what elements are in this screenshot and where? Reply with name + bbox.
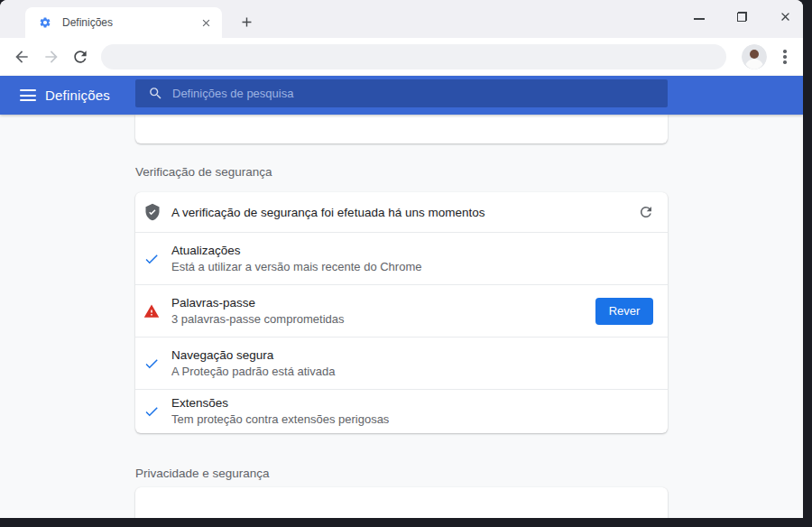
security-check-section-label: Verificação de segurança: [135, 165, 272, 179]
tab-close-icon[interactable]: [198, 15, 213, 30]
settings-search-input[interactable]: [172, 87, 659, 100]
shield-check-icon: [135, 203, 171, 221]
settings-header: Definições: [0, 76, 803, 115]
reload-icon[interactable]: [71, 48, 89, 66]
minimize-icon[interactable]: [692, 10, 706, 23]
settings-content: Verificação de segurança A verificação d…: [0, 115, 803, 518]
settings-search-box[interactable]: [135, 79, 668, 107]
row-subtitle: A Proteção padrão está ativada: [171, 364, 668, 380]
tab-title: Definições: [62, 16, 198, 29]
new-tab-icon[interactable]: [236, 12, 256, 32]
settings-gear-icon: [39, 16, 51, 29]
refresh-icon[interactable]: [638, 204, 654, 220]
security-status-row: A verificação de segurança foi efetuada …: [135, 192, 668, 232]
row-subtitle: 3 palavras-passe comprometidas: [171, 311, 595, 328]
profile-avatar[interactable]: [742, 44, 767, 69]
review-passwords-button[interactable]: Rever: [595, 298, 653, 325]
tab-definicoes[interactable]: Definições: [25, 7, 222, 38]
check-icon: [135, 403, 171, 420]
menu-hamburger-icon[interactable]: [20, 89, 36, 101]
check-icon: [135, 251, 171, 267]
back-icon[interactable]: [13, 48, 31, 66]
restore-icon[interactable]: [735, 10, 749, 23]
security-row-updates[interactable]: Atualizações Está a utilizar a versão ma…: [135, 233, 668, 284]
privacy-section-label: Privacidade e segurança: [135, 467, 270, 480]
row-title: Palavras-passe: [171, 295, 595, 311]
browser-window: Definições: [0, 0, 803, 518]
browser-toolbar: [0, 38, 803, 76]
row-subtitle: Está a utilizar a versão mais recente do…: [171, 259, 668, 275]
forward-icon[interactable]: [42, 48, 60, 66]
previous-section-card: [135, 115, 668, 143]
row-title: Atualizações: [171, 243, 668, 259]
search-icon: [148, 86, 163, 101]
security-row-passwords[interactable]: Palavras-passe 3 palavras-passe comprome…: [135, 285, 668, 337]
browser-menu-icon[interactable]: [781, 47, 789, 67]
security-row-extensions[interactable]: Extensões Tem proteção contra extensões …: [135, 390, 668, 433]
row-subtitle: Tem proteção contra extensões perigosas: [171, 411, 668, 428]
window-controls: [692, 5, 792, 27]
tab-strip: Definições: [0, 0, 803, 38]
address-bar[interactable]: [101, 44, 726, 69]
row-title: Navegação segura: [171, 347, 668, 364]
security-check-card: A verificação de segurança foi efetuada …: [135, 192, 668, 433]
check-icon: [135, 356, 171, 372]
next-section-card: [135, 487, 668, 518]
warning-triangle-icon: [135, 303, 171, 319]
security-row-safe-browsing[interactable]: Navegação segura A Proteção padrão está …: [135, 337, 668, 389]
close-window-icon[interactable]: [779, 10, 792, 23]
security-status-text: A verificação de segurança foi efetuada …: [171, 206, 638, 219]
settings-title: Definições: [45, 76, 110, 115]
row-title: Extensões: [171, 395, 668, 411]
